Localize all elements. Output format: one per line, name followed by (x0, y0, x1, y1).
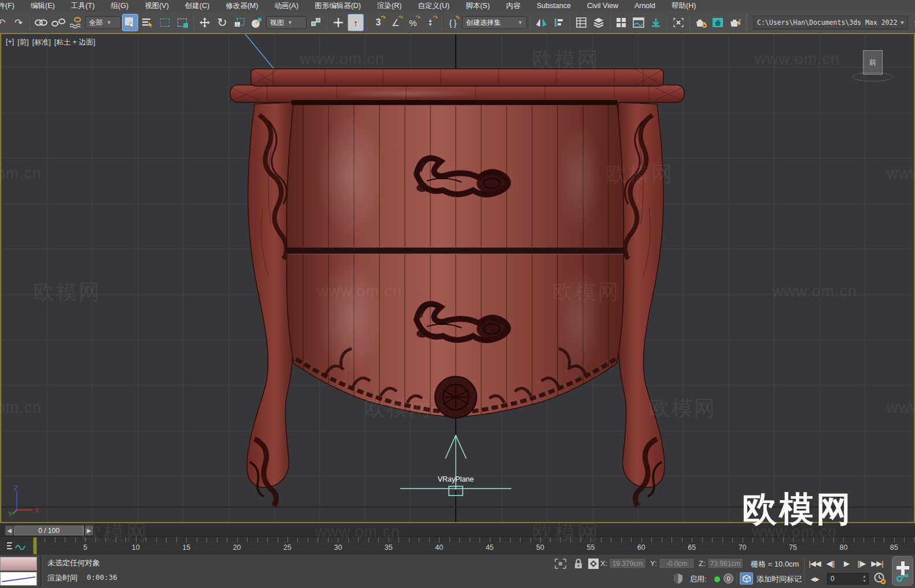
open-mini-curve-editor-button[interactable] (3, 538, 29, 553)
menu-item-2[interactable]: 工具(T) (63, 0, 103, 12)
menu-item-12[interactable]: 内容 (498, 0, 529, 12)
current-frame-field[interactable]: 0 ▲▼ (827, 573, 869, 585)
toggle-ribbon-button[interactable] (613, 14, 629, 31)
rectangular-selection-region-button[interactable] (157, 14, 173, 31)
project-folder-field[interactable]: C:\Users\Han\Documents\3ds Max 2022 ▼ (753, 16, 908, 29)
go-to-end-button[interactable]: ▶▶| (870, 557, 884, 569)
time-configuration-button[interactable] (873, 572, 887, 587)
next-frame-arrow[interactable]: ▶ (85, 526, 93, 535)
track-bar[interactable]: 0510152025303540455055606570758085 (0, 537, 915, 554)
z-coordinate-field[interactable]: 73.981cm (707, 558, 743, 569)
absolute-mode-toggle-icon[interactable] (588, 558, 599, 571)
previous-frame-arrow[interactable]: ◀ (5, 526, 13, 535)
undo-button[interactable]: ↶ (0, 14, 9, 31)
y-coordinate-field[interactable]: -0.0cm (659, 558, 695, 569)
next-frame-button[interactable]: ||▶ (854, 557, 869, 569)
use-selection-center-button[interactable]: ↑ (348, 14, 364, 31)
enable-count-badge[interactable]: 0 (724, 574, 733, 583)
toolbar-grip-handle[interactable] (746, 14, 747, 31)
edit-named-selection-sets-button[interactable]: { }✎ (445, 14, 461, 31)
selection-lock-icon[interactable] (574, 558, 583, 571)
bind-to-spacewarp-icon[interactable] (68, 14, 84, 31)
menu-item-1[interactable]: 编辑(E) (23, 0, 63, 12)
snap-toggle-3d-button[interactable]: 3↷ (370, 14, 386, 31)
key-mode-toggle[interactable]: ◀▶ (809, 573, 821, 585)
select-by-name-button[interactable] (139, 14, 156, 31)
menu-item-6[interactable]: 修改器(M) (217, 0, 266, 12)
viewcube-front-face[interactable]: 前 (863, 50, 883, 75)
mirror-button[interactable] (533, 14, 549, 31)
select-and-scale-button[interactable] (231, 14, 248, 31)
z-coordinate-label: Z: (699, 559, 706, 568)
frame-spinner[interactable]: ▲▼ (862, 574, 866, 583)
isolate-selection-icon[interactable] (554, 558, 567, 571)
spinner-snap-toggle[interactable]: ▲▼↷ (422, 14, 438, 31)
named-selection-set-dropdown[interactable]: 创建选择集 ▼ (462, 16, 527, 29)
shield-icon[interactable] (673, 573, 683, 586)
viewport-front[interactable]: VRayPlane X Z Y [+] [前] [标准] [粘土 + 边面] 前 (0, 33, 915, 523)
menu-item-8[interactable]: 图形编辑器(D) (307, 0, 369, 12)
viewport-general-menu[interactable]: [+] (6, 38, 14, 47)
toolbar-separator (610, 15, 610, 30)
workspace-icon[interactable]: ⚏ (910, 14, 915, 31)
menu-item-0[interactable]: 文件(F) (0, 0, 23, 12)
current-frame-marker[interactable] (33, 537, 37, 554)
timeline-ruler[interactable]: 0510152025303540455055606570758085 (31, 537, 915, 554)
angle-snap-toggle[interactable]: ∠↷ (388, 14, 404, 31)
rendered-frame-window-button[interactable] (710, 14, 726, 31)
toggle-layer-explorer-button[interactable] (591, 14, 607, 31)
x-coordinate-field[interactable]: 19.379cm (609, 558, 646, 569)
menu-item-5[interactable]: 创建(C) (177, 0, 217, 12)
viewport-shading-menu[interactable]: [粘土 + 边面] (54, 38, 95, 47)
menu-item-10[interactable]: 自定义(U) (409, 0, 457, 12)
status-divider (736, 572, 737, 585)
add-time-tag-button[interactable]: 添加时间标记 (757, 574, 802, 585)
render-setup-button[interactable] (693, 14, 709, 31)
align-button[interactable] (551, 14, 567, 31)
toggle-scene-explorer-button[interactable] (573, 14, 589, 31)
menu-item-15[interactable]: Arnold (626, 0, 663, 12)
curve-editor-button[interactable] (630, 14, 647, 31)
go-to-start-button[interactable]: |◀◀ (807, 557, 822, 569)
select-and-manipulate-button[interactable] (330, 14, 346, 31)
menu-item-9[interactable]: 渲染(R) (369, 0, 409, 12)
status-divider (804, 557, 805, 585)
object-label: VRayPlane (438, 475, 474, 483)
render-production-button[interactable] (728, 14, 744, 31)
select-and-place-button[interactable] (249, 14, 265, 31)
isolate-selection-toggle[interactable] (670, 14, 687, 31)
play-button[interactable]: ▶ (839, 557, 854, 569)
menu-item-16[interactable]: 帮助(H) (663, 0, 704, 12)
use-pivot-point-center-button[interactable] (308, 14, 324, 31)
time-slider-handle[interactable]: 0 / 100 (14, 526, 84, 535)
redo-button[interactable]: ↷ (10, 14, 27, 31)
time-tag-cube-icon[interactable] (740, 572, 753, 585)
unlink-selection-icon[interactable] (50, 14, 67, 31)
select-object-button[interactable] (122, 14, 138, 31)
select-and-rotate-button[interactable]: ↻ (214, 14, 230, 31)
viewport-standard-menu[interactable]: [标准] (32, 38, 51, 47)
selection-filter-dropdown[interactable]: 全部 ▼ (85, 16, 121, 29)
select-and-link-icon[interactable] (33, 14, 49, 31)
menu-item-11[interactable]: 脚本(S) (457, 0, 498, 12)
menu-item-3[interactable]: 组(G) (103, 0, 137, 12)
window-crossing-toggle[interactable] (174, 14, 190, 31)
select-and-move-button[interactable] (197, 14, 213, 31)
toolbar-separator (367, 15, 367, 30)
viewport-pov-menu[interactable]: [前] (17, 38, 28, 47)
menu-item-4[interactable]: 视图(V) (136, 0, 177, 12)
reference-coordinate-dropdown[interactable]: 视图 ▼ (266, 16, 307, 29)
add-key-button[interactable] (892, 556, 913, 586)
trackbar-swatch (0, 557, 37, 571)
project-folder-path: C:\Users\Han\Documents\3ds Max 2022 (757, 19, 897, 27)
menu-item-7[interactable]: 动画(A) (266, 0, 307, 12)
viewcube[interactable]: 前 (851, 48, 895, 85)
menu-item-14[interactable]: Civil View (579, 0, 626, 12)
menu-item-13[interactable]: Substance (529, 0, 579, 12)
percent-snap-toggle[interactable]: %↷ (405, 14, 421, 31)
schematic-view-dock-button[interactable] (648, 14, 664, 31)
toolbar-separator (193, 15, 194, 30)
previous-frame-button[interactable]: ◀|| (823, 557, 837, 569)
world-axis-tripod (13, 492, 33, 514)
time-slider-track[interactable]: ◀ 0 / 100 ▶ (0, 523, 915, 537)
